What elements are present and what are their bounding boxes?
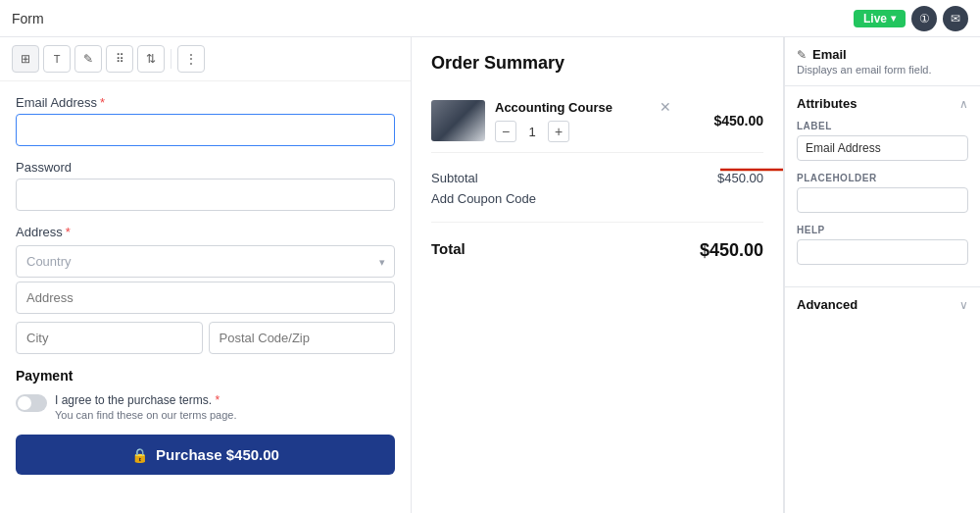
city-postal-row [16, 322, 395, 354]
city-input[interactable] [16, 322, 203, 354]
purchase-button[interactable]: 🔒 Purchase $450.00 [16, 435, 395, 475]
terms-text: I agree to the purchase terms. * [55, 393, 237, 407]
order-total: Total $450.00 [431, 231, 763, 271]
qty-increase-button[interactable]: + [548, 121, 569, 142]
terms-row: I agree to the purchase terms. * You can… [16, 393, 395, 421]
attr-help-input[interactable] [797, 239, 968, 265]
email-icon[interactable]: ✉ [943, 6, 968, 31]
advanced-label: Advanced [797, 297, 858, 312]
attr-email-title: Email [812, 47, 847, 62]
form-panel: ⊞ T ✎ ⠿ ⇅ ⋮ Email Address * [0, 37, 412, 513]
qty-decrease-button[interactable]: − [495, 121, 516, 142]
attr-label-input[interactable] [797, 135, 968, 161]
page-title: Form [12, 11, 44, 26]
coupon-row: Add Coupon Code [431, 191, 763, 206]
address-section: Address * Country ▾ [16, 225, 395, 354]
country-select[interactable]: Country [16, 245, 395, 278]
email-field-label: Email Address * [16, 95, 395, 110]
attr-help-field-label: HELP [797, 225, 968, 235]
email-input[interactable] [16, 114, 395, 146]
attr-help-field: HELP [797, 225, 968, 265]
total-amount: $450.00 [700, 240, 763, 261]
form-body: Email Address * Password Address * [0, 81, 411, 488]
advanced-section[interactable]: Advanced ∨ [785, 286, 980, 322]
thumb-image [431, 100, 485, 141]
order-item-details: Accounting Course ✕ − 1 + [495, 99, 671, 142]
toolbar-pencil-btn[interactable]: ✎ [74, 45, 102, 73]
toolbar-layout-btn[interactable]: ⊞ [12, 45, 39, 73]
main-content: ⊞ T ✎ ⠿ ⇅ ⋮ Email Address * [0, 37, 980, 513]
terms-sub-text: You can find these on our terms page. [55, 409, 237, 421]
password-field-group: Password [16, 160, 395, 211]
subtotal-label: Subtotal [431, 171, 478, 185]
attr-placeholder-field: PLACEHOLDER [797, 173, 968, 213]
attr-label-field: LABEL [797, 121, 968, 161]
qty-control: − 1 + [495, 121, 671, 142]
toolbar-arrows-btn[interactable]: ⇅ [137, 45, 165, 73]
order-item-price: $450.00 [713, 113, 763, 128]
attr-section: Attributes ∧ LABEL PLACEHOLDER HELP [785, 86, 980, 286]
terms-toggle[interactable] [16, 394, 47, 412]
subtotal-row: Subtotal $450.00 [431, 171, 763, 185]
email-field-group: Email Address * [16, 95, 395, 146]
address-label: Address * [16, 225, 395, 239]
order-item-close-button[interactable]: ✕ [660, 99, 671, 115]
payment-section: Payment I agree to the purchase terms. *… [16, 368, 395, 421]
attr-label-field-label: LABEL [797, 121, 968, 131]
toolbar-text-btn[interactable]: T [43, 45, 71, 73]
total-label: Total [431, 240, 466, 261]
subtotal-amount: $450.00 [717, 171, 763, 185]
attr-placeholder-input[interactable] [797, 187, 968, 213]
order-item-left: Accounting Course ✕ − 1 + [431, 99, 671, 142]
order-item: Accounting Course ✕ − 1 + $450.00 [431, 89, 763, 153]
terms-text-block: I agree to the purchase terms. * You can… [55, 393, 237, 421]
password-input[interactable] [16, 179, 395, 211]
attr-panel-header: ✎ Email Displays an email form field. [785, 37, 980, 86]
lock-icon: 🔒 [131, 447, 148, 463]
attributes-panel: ✎ Email Displays an email form field. At… [784, 37, 980, 513]
email-required-marker: * [100, 95, 105, 110]
live-label: Live [863, 12, 887, 26]
terms-required-marker: * [215, 393, 220, 407]
order-item-name: Accounting Course [495, 100, 612, 115]
country-select-wrapper: Country ▾ [16, 245, 395, 278]
password-field-label: Password [16, 160, 395, 175]
toolbar-divider [171, 49, 172, 69]
form-toolbar: ⊞ T ✎ ⠿ ⇅ ⋮ [0, 37, 411, 81]
qty-value: 1 [524, 125, 540, 139]
live-badge[interactable]: Live ▾ [854, 10, 906, 27]
top-bar: Form Live ▾ ① ✉ [0, 0, 980, 37]
attr-section-collapse-icon: ∧ [959, 97, 968, 111]
order-summary-title: Order Summary [431, 53, 763, 74]
attr-section-title: Attributes [797, 96, 857, 111]
attr-email-desc: Displays an email form field. [797, 64, 968, 76]
attr-placeholder-field-label: PLACEHOLDER [797, 173, 968, 183]
advanced-chevron-icon: ∨ [959, 298, 968, 312]
address-input[interactable] [16, 282, 395, 314]
attr-email-row: ✎ Email [797, 47, 968, 62]
order-subtotals: Subtotal $450.00 Add Coupon Code [431, 161, 763, 223]
postal-input[interactable] [209, 322, 396, 354]
coupon-link[interactable]: Add Coupon Code [431, 191, 536, 206]
toolbar-drag-btn[interactable]: ⠿ [106, 45, 133, 73]
toolbar-more-btn[interactable]: ⋮ [177, 45, 205, 73]
purchase-btn-label: Purchase $450.00 [156, 446, 279, 463]
order-item-thumbnail [431, 100, 485, 141]
attr-pencil-icon: ✎ [797, 48, 807, 62]
notification-icon[interactable]: ① [911, 6, 937, 31]
attr-section-header[interactable]: Attributes ∧ [797, 96, 968, 111]
order-panel: Order Summary Accounting Course ✕ − [412, 37, 784, 513]
address-required-marker: * [66, 225, 71, 239]
top-bar-icons: Live ▾ ① ✉ [854, 6, 968, 31]
live-chevron-icon: ▾ [891, 13, 896, 24]
payment-title: Payment [16, 368, 395, 384]
